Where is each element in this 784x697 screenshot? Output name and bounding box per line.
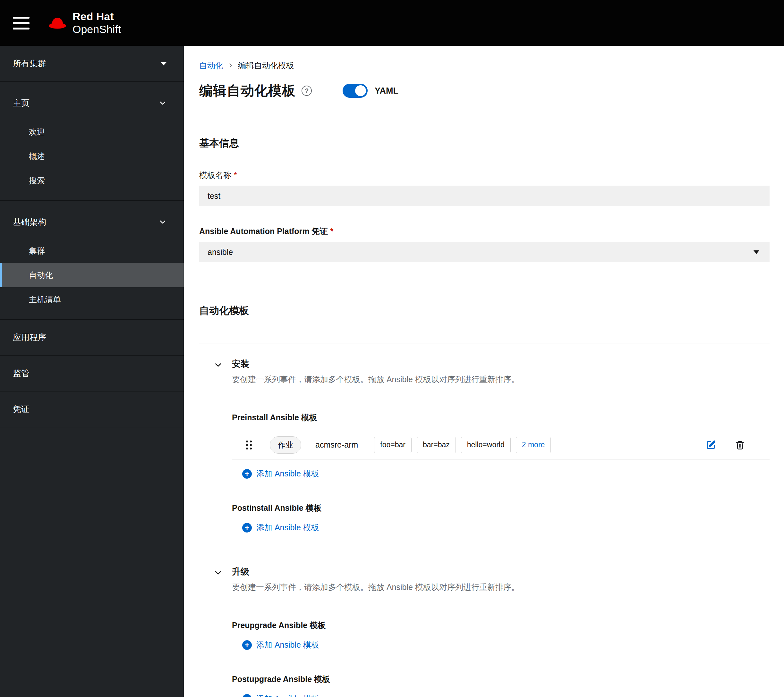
add-template-label: 添加 Ansible 模板 <box>256 522 319 533</box>
credential-label: Ansible Automation Platform 凭证* <box>199 226 769 237</box>
install-section-title: 安装 <box>232 358 769 370</box>
divider <box>199 343 769 344</box>
sidebar-item-overview[interactable]: 概述 <box>0 144 184 168</box>
nav-group-infrastructure: 基础架构 集群 自动化 主机清单 <box>0 201 184 320</box>
template-name: acmsre-arm <box>315 440 358 449</box>
row-actions <box>706 440 769 450</box>
sidebar-item-label: 概述 <box>29 151 45 161</box>
required-marker: * <box>330 227 333 236</box>
sidebar-item-governance[interactable]: 监管 <box>0 355 184 391</box>
add-postupgrade-template-button[interactable]: + 添加 Ansible 模板 <box>242 694 319 697</box>
sidebar-item-clusters[interactable]: 集群 <box>0 238 184 263</box>
chevron-down-icon <box>214 569 222 577</box>
caret-down-icon <box>161 62 166 66</box>
install-section: 安装 要创建一系列事件，请添加多个模板。拖放 Ansible 模板以对序列进行重… <box>199 358 769 533</box>
required-marker: * <box>234 171 237 179</box>
sidebar-item-label: 主机清单 <box>29 294 61 305</box>
chips-overflow-button[interactable]: 2 more <box>516 437 551 453</box>
add-preupgrade-template-button[interactable]: + 添加 Ansible 模板 <box>242 639 319 650</box>
sidebar-item-label: 欢迎 <box>29 127 45 137</box>
chevron-down-icon <box>214 361 222 369</box>
sidebar-item-infrastructure[interactable]: 基础架构 <box>0 205 184 238</box>
main-content: 自动化 › 编辑自动化模板 编辑自动化模板 ? YAML 基本信息 模板名称* <box>184 46 784 697</box>
install-section-toggle[interactable] <box>214 358 232 533</box>
breadcrumb-link-automation[interactable]: 自动化 <box>199 60 223 71</box>
sidebar-item-label: 应用程序 <box>13 332 46 343</box>
edit-template-button[interactable] <box>706 440 716 450</box>
chevron-down-icon <box>159 99 166 107</box>
template-name-input[interactable] <box>199 186 769 206</box>
brand-line1: Red Hat <box>72 10 121 23</box>
add-template-label: 添加 Ansible 模板 <box>256 469 319 479</box>
sidebar: 所有集群 主页 欢迎 概述 搜索 <box>0 46 184 697</box>
title-row: 编辑自动化模板 ? YAML <box>199 82 761 114</box>
upgrade-section: 升级 要创建一系列事件，请添加多个模板。拖放 Ansible 模板以对序列进行重… <box>199 566 769 697</box>
credential-select-value: ansible <box>208 248 233 257</box>
breadcrumb: 自动化 › 编辑自动化模板 <box>199 60 761 71</box>
plus-circle-icon: + <box>242 694 252 697</box>
basic-info-heading: 基本信息 <box>199 136 769 150</box>
drag-handle-icon[interactable] <box>246 441 252 449</box>
sidebar-item-search[interactable]: 搜索 <box>0 168 184 193</box>
chevron-down-icon <box>159 218 166 226</box>
sidebar-item-label: 集群 <box>29 246 45 256</box>
add-postinstall-template-button[interactable]: + 添加 Ansible 模板 <box>242 522 319 533</box>
form-content: 基本信息 模板名称* Ansible Automation Platform 凭… <box>184 114 784 697</box>
install-section-description: 要创建一系列事件，请添加多个模板。拖放 Ansible 模板以对序列进行重新排序… <box>232 374 769 385</box>
sidebar-item-automation[interactable]: 自动化 <box>0 263 184 287</box>
page-header: 自动化 › 编辑自动化模板 编辑自动化模板 ? YAML <box>184 46 784 114</box>
upgrade-section-toggle[interactable] <box>214 566 232 697</box>
sidebar-item-label: 主页 <box>13 97 30 108</box>
plus-circle-icon: + <box>242 640 252 650</box>
yaml-toggle[interactable] <box>343 84 367 98</box>
breadcrumb-current: 编辑自动化模板 <box>238 60 294 71</box>
divider <box>199 551 769 551</box>
template-name-label: 模板名称* <box>199 170 769 181</box>
sidebar-item-host-inventory[interactable]: 主机清单 <box>0 287 184 312</box>
sidebar-item-label: 凭证 <box>13 404 30 415</box>
plus-circle-icon: + <box>242 523 252 533</box>
sidebar-item-label: 搜索 <box>29 175 45 186</box>
sidebar-item-label: 基础架构 <box>13 216 46 228</box>
help-icon[interactable]: ? <box>301 85 312 96</box>
yaml-toggle-label: YAML <box>375 86 399 96</box>
extra-var-chip: hello=world <box>461 437 511 453</box>
brand-line2: OpenShift <box>72 23 121 36</box>
trash-icon <box>735 440 745 450</box>
sidebar-item-credentials[interactable]: 凭证 <box>0 391 184 427</box>
brand: Red Hat OpenShift <box>48 10 121 35</box>
postupgrade-label: Postupgrade Ansible 模板 <box>232 674 769 684</box>
sidebar-item-applications[interactable]: 应用程序 <box>0 320 184 355</box>
add-preinstall-template-button[interactable]: + 添加 Ansible 模板 <box>242 469 319 479</box>
masthead: Red Hat OpenShift <box>0 0 784 46</box>
upgrade-section-title: 升级 <box>232 566 769 577</box>
yaml-toggle-knob <box>355 85 366 96</box>
cluster-selector[interactable]: 所有集群 <box>0 46 184 82</box>
caret-down-icon <box>754 250 759 254</box>
sidebar-item-label: 监管 <box>13 368 30 379</box>
sidebar-item-welcome[interactable]: 欢迎 <box>0 120 184 144</box>
template-type-badge: 作业 <box>270 436 301 454</box>
preinstall-label: Preinstall Ansible 模板 <box>232 412 769 423</box>
sidebar-item-label: 自动化 <box>29 270 53 281</box>
redhat-logo-icon <box>48 15 68 31</box>
nav-group-home: 主页 欢迎 概述 搜索 <box>0 82 184 201</box>
extra-var-chip: foo=bar <box>374 437 412 453</box>
add-template-label: 添加 Ansible 模板 <box>256 639 319 650</box>
template-row: 作业 acmsre-arm foo=bar bar=baz hello=worl… <box>232 431 769 459</box>
automation-templates-heading: 自动化模板 <box>199 304 769 317</box>
edit-icon <box>706 440 716 450</box>
preupgrade-label: Preupgrade Ansible 模板 <box>232 620 769 631</box>
plus-circle-icon: + <box>242 469 252 479</box>
extra-var-chip: bar=baz <box>417 437 456 453</box>
sidebar-item-home[interactable]: 主页 <box>0 86 184 120</box>
delete-template-button[interactable] <box>735 440 745 450</box>
add-template-label: 添加 Ansible 模板 <box>256 694 319 697</box>
postinstall-label: Postinstall Ansible 模板 <box>232 503 769 513</box>
upgrade-section-description: 要创建一系列事件，请添加多个模板。拖放 Ansible 模板以对序列进行重新排序… <box>232 582 769 592</box>
credential-select[interactable]: ansible <box>199 242 769 262</box>
brand-text: Red Hat OpenShift <box>72 10 121 35</box>
page-title: 编辑自动化模板 <box>199 82 296 100</box>
breadcrumb-separator-icon: › <box>229 60 232 71</box>
menu-toggle-icon[interactable] <box>13 16 30 30</box>
